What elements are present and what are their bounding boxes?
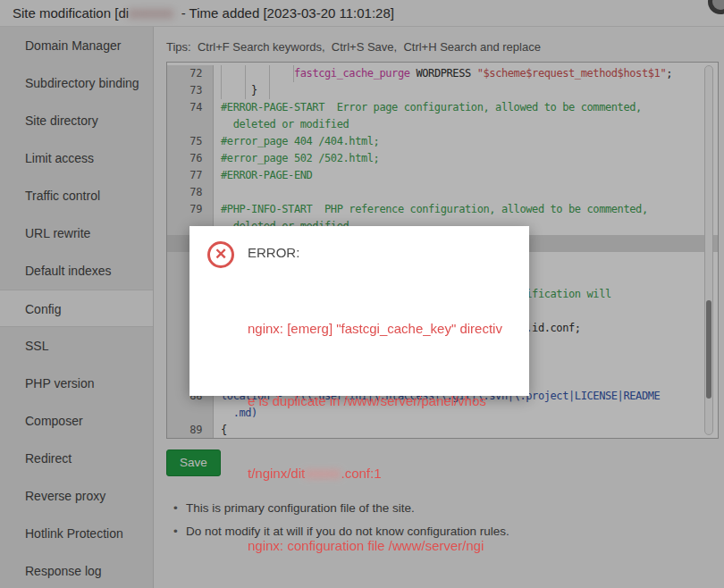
error-line: e is duplicate in /www/server/panel/vhos: [248, 389, 502, 413]
error-dialog: ✕ ERROR: nginx: [emerg] "fastcgi_cache_k…: [189, 226, 529, 396]
error-line: nginx: [emerg] "fastcgi_cache_key" direc…: [248, 316, 502, 340]
x-circle-icon: ✕: [207, 241, 234, 268]
error-line: t/nginx/dit■■■■.conf:1: [248, 461, 502, 485]
error-line: nginx: configuration file /www/server/ng…: [248, 533, 502, 558]
error-dialog-message: nginx: [emerg] "fastcgi_cache_key" direc…: [248, 268, 502, 588]
error-dialog-title: ERROR:: [248, 245, 299, 260]
error-redacted-text: ■■■■: [305, 466, 341, 481]
